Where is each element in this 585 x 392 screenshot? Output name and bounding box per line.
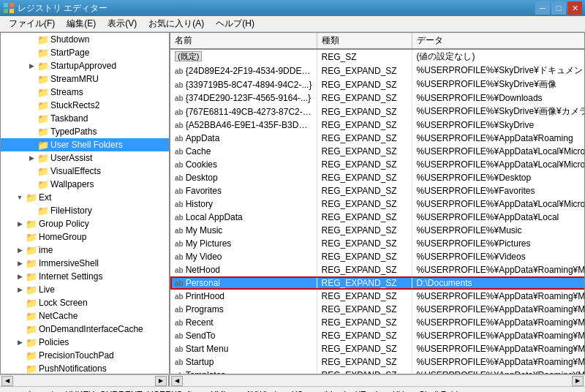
cell-data: %USERPROFILE%¥AppData¥Local¥Microsoft... — [412, 197, 584, 211]
tree-expander-placeholder — [26, 99, 37, 111]
tree-expander-placeholder — [14, 350, 26, 361]
table-row[interactable]: abRecent REG_EXPAND_SZ %USERPROFILE%¥App… — [170, 316, 584, 329]
ab-icon: ab — [175, 332, 184, 340]
ab-icon: ab — [175, 174, 184, 182]
tree-expander-placeholder — [26, 73, 37, 85]
tree-item[interactable]: ▶📁UserAssist — [1, 151, 169, 165]
tree-item[interactable]: ▶📁Live — [1, 283, 169, 296]
cell-name: abPrintHood — [170, 290, 317, 303]
cell-data: %USERPROFILE%¥Downloads — [412, 91, 584, 105]
tree-expander[interactable]: ▶ — [26, 60, 37, 72]
menu-favorites[interactable]: お気に入り(A) — [143, 16, 210, 31]
tree-item[interactable]: 📁StartPage — [1, 46, 169, 59]
tree-item[interactable]: 📁Lock Screen — [1, 296, 169, 309]
table-row[interactable]: ab{A52BBA46-E9E1-435F-B3D9-...} REG_EXPA… — [170, 118, 584, 132]
table-row[interactable]: abPersonal REG_EXPAND_SZ D:\Documents — [170, 276, 584, 290]
tree-item[interactable]: ▶📁ImmersiveShell — [1, 257, 169, 270]
cell-name: abPrograms — [170, 303, 317, 316]
close-button[interactable]: ✕ — [567, 1, 582, 15]
folder-icon: 📁 — [37, 153, 49, 163]
menu-file[interactable]: ファイル(F) — [3, 16, 61, 31]
scroll-track — [13, 376, 155, 386]
tree-expander[interactable]: ▶ — [14, 336, 26, 348]
minimize-button[interactable]: ─ — [535, 1, 550, 15]
scroll-right-btn[interactable]: ▶ — [155, 376, 167, 386]
table-row[interactable]: ab{339719B5-8C47-4894-94C2-...} REG_EXPA… — [170, 78, 584, 91]
table-row[interactable]: abLocal AppData REG_EXPAND_SZ %USERPROFI… — [170, 211, 584, 224]
tree-item[interactable]: 📁PushNotifications — [1, 362, 169, 374]
table-row[interactable]: ab{374DE290-123F-4565-9164-...} REG_EXPA… — [170, 91, 584, 105]
right-scroll-bottom: ◀ ▶ — [170, 375, 585, 386]
tree-item[interactable]: 📁Wallpapers — [1, 178, 169, 191]
folder-icon: 📁 — [37, 61, 49, 71]
tree-item[interactable]: 📁Shutdown — [1, 33, 169, 46]
tree-expander[interactable]: ▶ — [14, 257, 26, 269]
cell-name: abDesktop — [170, 171, 317, 184]
table-row[interactable]: abNetHood REG_EXPAND_SZ %USERPROFILE%¥Ap… — [170, 263, 584, 276]
table-row[interactable]: (既定) REG_SZ (値の設定なし) — [170, 49, 584, 64]
table-row[interactable]: abTemplates REG_EXPAND_SZ %USERPROFILE%¥… — [170, 369, 584, 374]
tree-panel[interactable]: 📁Shutdown 📁StartPage▶📁StartupApproved 📁S… — [1, 33, 170, 374]
table-row[interactable]: abMy Music REG_EXPAND_SZ %USERPROFILE%¥M… — [170, 224, 584, 237]
tree-item[interactable]: 📁HomeGroup — [1, 230, 169, 244]
tree-expander[interactable]: ▶ — [14, 244, 26, 256]
scroll-right-right-btn[interactable]: ▶ — [572, 376, 584, 386]
tree-item[interactable]: ▼📁Ext — [1, 191, 169, 204]
table-row[interactable]: abPrintHood REG_EXPAND_SZ %USERPROFILE%¥… — [170, 290, 584, 303]
cell-data: %USERPROFILE%¥AppData¥Local¥Microsoft... — [412, 145, 584, 158]
table-row[interactable]: abAppData REG_EXPAND_SZ %USERPROFILE%¥Ap… — [170, 132, 584, 145]
table-row[interactable]: abFavorites REG_EXPAND_SZ %USERPROFILE%¥… — [170, 184, 584, 197]
table-row[interactable]: abCache REG_EXPAND_SZ %USERPROFILE%¥AppD… — [170, 145, 584, 158]
menu-view[interactable]: 表示(V) — [102, 16, 143, 31]
tree-item[interactable]: 📁StreamMRU — [1, 72, 169, 86]
table-row[interactable]: abSendTo REG_EXPAND_SZ %USERPROFILE%¥App… — [170, 329, 584, 342]
table-row[interactable]: abDesktop REG_EXPAND_SZ %USERPROFILE%¥De… — [170, 171, 584, 184]
cell-name: abLocal AppData — [170, 211, 317, 224]
right-panel[interactable]: 名前 種類 データ (既定) REG_SZ (値の設定なし) ab{24D89E… — [170, 33, 584, 374]
cell-name: abSendTo — [170, 329, 317, 342]
table-row[interactable]: abMy Video REG_EXPAND_SZ %USERPROFILE%¥V… — [170, 250, 584, 263]
col-name[interactable]: 名前 — [170, 33, 317, 49]
cell-data: %USERPROFILE%¥Pictures — [412, 237, 584, 250]
tree-item[interactable]: 📁PrecisionTouchPad — [1, 349, 169, 362]
table-row[interactable]: abStartup REG_EXPAND_SZ %USERPROFILE%¥Ap… — [170, 355, 584, 369]
tree-item[interactable]: 📁FileHistory — [1, 204, 169, 217]
tree-item[interactable]: ▶📁Policies — [1, 336, 169, 349]
tree-item[interactable]: 📁NetCache — [1, 309, 169, 323]
cell-name: abMy Video — [170, 250, 317, 263]
tree-item[interactable]: 📁VisualEffects — [1, 165, 169, 178]
col-type[interactable]: 種類 — [317, 33, 412, 49]
table-row[interactable]: abCookies REG_EXPAND_SZ %USERPROFILE%¥Ap… — [170, 158, 584, 171]
table-row[interactable]: ab{24D89E24-2F19-4534-9DDE-...} REG_EXPA… — [170, 64, 584, 78]
tree-expander[interactable]: ▶ — [14, 218, 26, 230]
tree-item[interactable]: ▶📁Group Policy — [1, 217, 169, 230]
table-row[interactable]: abPrograms REG_EXPAND_SZ %USERPROFILE%¥A… — [170, 303, 584, 316]
tree-expander[interactable]: ▼ — [14, 192, 26, 203]
tree-item[interactable]: 📁Taskband — [1, 112, 169, 125]
tree-expander[interactable]: ▶ — [26, 152, 37, 164]
table-row[interactable]: abHistory REG_EXPAND_SZ %USERPROFILE%¥Ap… — [170, 197, 584, 211]
tree-item[interactable]: ▶📁Internet Settings — [1, 270, 169, 283]
scroll-right-left-btn[interactable]: ◀ — [171, 376, 183, 386]
col-data[interactable]: データ — [412, 33, 584, 49]
scroll-left-btn[interactable]: ◀ — [1, 376, 13, 386]
tree-item[interactable]: ▶📁ime — [1, 244, 169, 257]
tree-item[interactable]: 📁User Shell Folders — [1, 138, 169, 151]
cell-name: abHistory — [170, 197, 317, 211]
tree-expander[interactable]: ▶ — [14, 284, 26, 295]
menu-help[interactable]: ヘルプ(H) — [210, 16, 260, 31]
tree-item-label: StuckRects2 — [50, 100, 99, 110]
tree-item[interactable]: 📁TypedPaths — [1, 125, 169, 138]
tree-item[interactable]: 📁Streams — [1, 86, 169, 99]
tree-item[interactable]: ▶📁StartupApproved — [1, 59, 169, 72]
tree-item[interactable]: 📁StuckRects2 — [1, 99, 169, 112]
table-row[interactable]: abStart Menu REG_EXPAND_SZ %USERPROFILE%… — [170, 342, 584, 355]
tree-expander[interactable]: ▶ — [14, 271, 26, 282]
cell-type: REG_EXPAND_SZ — [317, 118, 412, 132]
menu-edit[interactable]: 編集(E) — [61, 16, 102, 31]
maximize-button[interactable]: □ — [551, 1, 566, 15]
table-row[interactable]: abMy Pictures REG_EXPAND_SZ %USERPROFILE… — [170, 237, 584, 250]
table-row[interactable]: ab{767E6811-49CB-4273-87C2-...} REG_EXPA… — [170, 105, 584, 118]
tree-item[interactable]: 📁OnDemandInterfaceCache — [1, 323, 169, 336]
cell-data: %USERPROFILE%¥SkyDrive¥ドキュメント — [412, 64, 584, 78]
